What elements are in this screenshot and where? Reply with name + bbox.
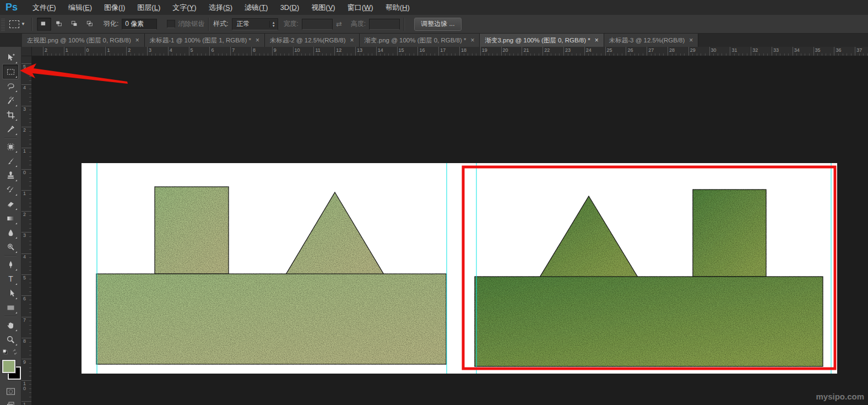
dodge-tool[interactable]	[3, 240, 18, 254]
magic-wand-tool[interactable]	[3, 93, 18, 107]
flyout-corner-icon	[15, 90, 17, 92]
crop-tool[interactable]	[3, 107, 18, 122]
flyout-corner-icon	[15, 180, 17, 181]
anti-alias-checkbox[interactable]	[167, 20, 175, 28]
tab-close-icon[interactable]: ×	[256, 37, 259, 44]
menu-3dd[interactable]: 3D(D)	[274, 0, 306, 15]
flyout-corner-icon	[15, 237, 17, 239]
document-tab-5-active[interactable]: 渐变3.png @ 100% (图层 0, RGB/8) *×	[480, 34, 604, 47]
style-select-value: 正常	[232, 19, 269, 29]
type-tool[interactable]: T	[3, 272, 18, 286]
zoom-tool[interactable]	[3, 332, 18, 347]
photoshop-logo: Ps	[0, 2, 26, 13]
vertical-ruler[interactable]: 5432101234567891011	[21, 56, 32, 405]
path-selection-tool[interactable]	[3, 286, 18, 300]
blur-tool[interactable]	[3, 225, 18, 240]
feather-label: 羽化:	[104, 19, 118, 29]
document-tab-3[interactable]: 未标题-2 @ 12.5%(RGB/8)×	[265, 34, 360, 47]
tab-close-icon[interactable]: ×	[595, 37, 599, 44]
spot-healing-brush-tool[interactable]	[3, 139, 18, 154]
separator	[208, 18, 209, 31]
menu-e[interactable]: 编辑(E)	[62, 0, 98, 15]
menu-h[interactable]: 帮助(H)	[379, 0, 416, 15]
menu-l[interactable]: 图层(L)	[131, 0, 166, 15]
add-to-selection-button[interactable]	[52, 18, 67, 31]
refine-edge-button[interactable]: 调整边缘 ...	[414, 18, 461, 31]
document-tab-1[interactable]: 左视图.png @ 100% (图层 0, RGB/8)×	[22, 34, 145, 47]
tab-title: 未标题-3 @ 12.5%(RGB/8)	[609, 36, 685, 45]
menu-w[interactable]: 窗口(W)	[341, 0, 379, 15]
menu-s[interactable]: 选择(S)	[203, 0, 238, 15]
document-tab-6[interactable]: 未标题-3 @ 12.5%(RGB/8)×	[604, 34, 699, 47]
flyout-corner-icon	[15, 298, 17, 299]
flyout-corner-icon	[15, 151, 17, 153]
swap-dimensions-icon[interactable]: ⇄	[336, 20, 342, 28]
foreground-color-swatch[interactable]	[2, 360, 15, 373]
document-tabs-bar: 左视图.png @ 100% (图层 0, RGB/8)×未标题-1 @ 100…	[0, 34, 868, 47]
flyout-corner-icon	[15, 344, 17, 345]
flyout-corner-icon	[15, 312, 17, 314]
flyout-corner-icon	[15, 133, 17, 135]
svg-text:T: T	[8, 274, 13, 283]
menu-t[interactable]: 滤镜(T)	[238, 0, 274, 15]
subtract-from-selection-button[interactable]	[68, 18, 82, 31]
width-input[interactable]	[302, 19, 333, 30]
tab-title: 渐变3.png @ 100% (图层 0, RGB/8) *	[485, 36, 590, 45]
intersect-selection-button[interactable]	[83, 18, 97, 31]
horizontal-ruler[interactable]: 2101234567891011121314151617181920212223…	[21, 47, 868, 56]
feather-input[interactable]	[122, 19, 157, 30]
tab-close-icon[interactable]: ×	[350, 37, 354, 44]
shape-tool[interactable]	[3, 300, 18, 315]
move-tool[interactable]	[3, 50, 18, 64]
flyout-corner-icon	[15, 165, 17, 167]
photoshop-window: Ps 文件(F)编辑(E)图像(I)图层(L)文字(Y)选择(S)滤镜(T)3D…	[0, 0, 868, 405]
lasso-tool[interactable]	[3, 79, 18, 93]
clone-stamp-tool[interactable]	[3, 168, 18, 182]
canvas-viewport[interactable]	[31, 56, 868, 405]
tab-title: 渐变.png @ 100% (图层 0, RGB/8) *	[365, 36, 466, 45]
screen-mode-button[interactable]	[6, 401, 15, 405]
menu-y[interactable]: 文字(Y)	[166, 0, 202, 15]
hand-tool[interactable]	[3, 318, 18, 332]
tab-close-icon[interactable]: ×	[689, 37, 693, 44]
menu-bar: Ps 文件(F)编辑(E)图像(I)图层(L)文字(Y)选择(S)滤镜(T)3D…	[0, 0, 868, 15]
height-input[interactable]	[369, 19, 400, 30]
swap-colors-icon[interactable]	[12, 348, 19, 358]
tab-close-icon[interactable]: ×	[470, 37, 474, 44]
stepper-arrows-icon: ▲▼	[269, 21, 278, 28]
menu-v[interactable]: 视图(V)	[305, 0, 341, 15]
flyout-corner-icon	[15, 62, 17, 63]
tab-title: 左视图.png @ 100% (图层 0, RGB/8)	[27, 36, 131, 45]
style-select[interactable]: 正常 ▲▼	[232, 18, 278, 30]
flyout-corner-icon	[15, 330, 17, 331]
flyout-corner-icon	[15, 119, 17, 121]
quick-mask-button[interactable]	[6, 387, 15, 396]
menu-f[interactable]: 文件(F)	[26, 0, 62, 15]
gradient-tool[interactable]	[3, 211, 18, 225]
ruler-corner	[21, 47, 32, 56]
new-selection-button[interactable]	[37, 18, 51, 31]
pen-tool[interactable]	[3, 257, 18, 272]
width-label: 宽度:	[284, 19, 299, 29]
tab-title: 未标题-1 @ 100% (图层 1, RGB/8) *	[150, 36, 251, 45]
history-brush-tool[interactable]	[3, 182, 18, 197]
panel-gripper	[1, 18, 5, 31]
menu-i[interactable]: 图像(I)	[98, 0, 131, 15]
menu-items: 文件(F)编辑(E)图像(I)图层(L)文字(Y)选择(S)滤镜(T)3D(D)…	[26, 0, 416, 15]
document-tab-4[interactable]: 渐变.png @ 100% (图层 0, RGB/8) *×	[360, 34, 480, 47]
tab-close-icon[interactable]: ×	[135, 37, 139, 44]
eyedropper-tool[interactable]	[3, 122, 18, 136]
separator	[31, 18, 32, 31]
style-label: 样式:	[213, 19, 228, 29]
flyout-corner-icon	[15, 223, 17, 224]
separator	[404, 18, 405, 31]
eraser-tool[interactable]	[3, 197, 18, 211]
brush-tool[interactable]	[3, 154, 18, 168]
tools-panel: T	[0, 47, 21, 405]
anti-alias-label: 消除锯齿	[178, 19, 204, 29]
default-colors-icon[interactable]	[2, 348, 9, 358]
tool-preset-picker[interactable]: ▼	[7, 19, 28, 29]
rectangular-marquee-tool[interactable]	[3, 64, 18, 79]
flyout-corner-icon	[15, 208, 17, 210]
document-tab-2[interactable]: 未标题-1 @ 100% (图层 1, RGB/8) *×	[145, 34, 265, 47]
